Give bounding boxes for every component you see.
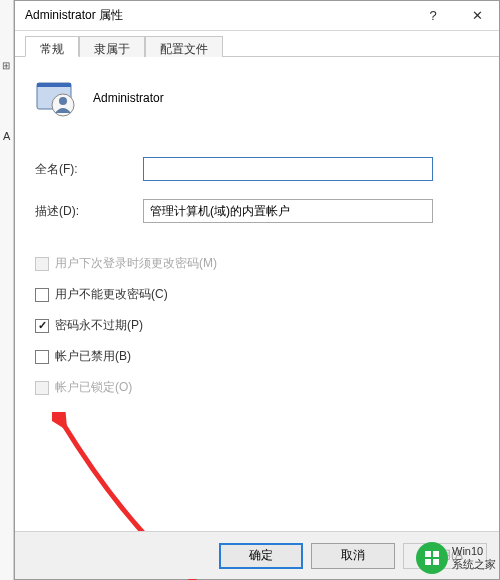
checkbox-label: 帐户已锁定(O) <box>55 379 132 396</box>
checkbox-icon <box>35 319 49 333</box>
tabstrip: 常规 隶属于 配置文件 <box>15 31 499 57</box>
check-account-disabled[interactable]: 帐户已禁用(B) <box>35 348 479 365</box>
user-icon <box>35 77 77 119</box>
checkbox-icon <box>35 350 49 364</box>
tab-general[interactable]: 常规 <box>25 36 79 57</box>
input-fullname[interactable] <box>143 157 433 181</box>
checkbox-icon <box>35 288 49 302</box>
window-title: Administrator 属性 <box>25 7 411 24</box>
row-description: 描述(D): <box>35 199 479 223</box>
ok-button[interactable]: 确定 <box>219 543 303 569</box>
background-window-edge: ⊞ A <box>0 0 14 580</box>
window-controls: ? ✕ <box>411 1 499 30</box>
checkbox-label: 用户不能更改密码(C) <box>55 286 168 303</box>
close-icon: ✕ <box>472 8 483 23</box>
checkbox-label: 密码永不过期(P) <box>55 317 143 334</box>
cancel-button[interactable]: 取消 <box>311 543 395 569</box>
label-fullname: 全名(F): <box>35 161 143 178</box>
check-cannot-change-password[interactable]: 用户不能更改密码(C) <box>35 286 479 303</box>
tab-label: 常规 <box>40 42 64 56</box>
label-description: 描述(D): <box>35 203 143 220</box>
watermark-text: Win10 系统之家 <box>452 545 496 571</box>
row-fullname: 全名(F): <box>35 157 479 181</box>
help-button[interactable]: ? <box>411 1 455 30</box>
close-button[interactable]: ✕ <box>455 1 499 30</box>
check-must-change-password: 用户下次登录时须更改密码(M) <box>35 255 479 272</box>
help-icon: ? <box>429 8 436 23</box>
check-password-never-expires[interactable]: 密码永不过期(P) <box>35 317 479 334</box>
tab-profile[interactable]: 配置文件 <box>145 36 223 57</box>
tab-memberof[interactable]: 隶属于 <box>79 36 145 57</box>
tab-label: 配置文件 <box>160 42 208 56</box>
input-description[interactable] <box>143 199 433 223</box>
watermark-logo-icon <box>416 542 448 574</box>
titlebar: Administrator 属性 ? ✕ <box>15 1 499 31</box>
checkbox-label: 帐户已禁用(B) <box>55 348 131 365</box>
svg-rect-1 <box>37 83 71 87</box>
svg-point-3 <box>59 97 67 105</box>
checkbox-icon <box>35 257 49 271</box>
watermark: Win10 系统之家 <box>416 542 496 574</box>
account-header: Administrator <box>35 77 479 119</box>
checkbox-label: 用户下次登录时须更改密码(M) <box>55 255 217 272</box>
properties-dialog: Administrator 属性 ? ✕ 常规 隶属于 配置文件 <box>14 0 500 580</box>
check-account-locked: 帐户已锁定(O) <box>35 379 479 396</box>
account-username: Administrator <box>93 91 164 105</box>
checkbox-icon <box>35 381 49 395</box>
tab-content: Administrator 全名(F): 描述(D): 用户下次登录时须更改密码… <box>15 57 499 579</box>
tab-label: 隶属于 <box>94 42 130 56</box>
